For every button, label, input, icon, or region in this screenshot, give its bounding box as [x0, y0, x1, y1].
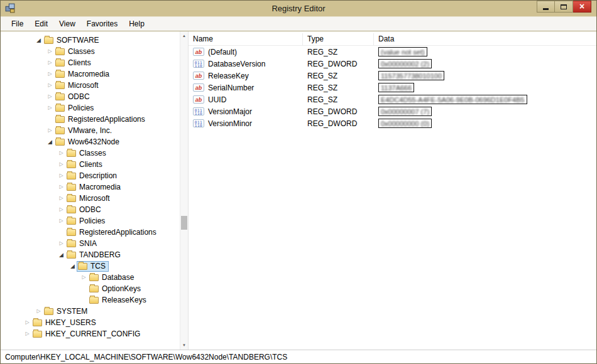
tree-item-clients[interactable]: ▷Clients	[1, 57, 179, 68]
tree-item-description[interactable]: ▷Description	[1, 170, 179, 181]
tree-item-macromedia[interactable]: ▷Macromedia	[1, 68, 179, 80]
collapse-toggle-icon[interactable]: ◢	[35, 35, 43, 46]
tree-item-optionkeys[interactable]: OptionKeys	[1, 283, 179, 294]
tree-item-clients[interactable]: ▷Clients	[1, 159, 179, 170]
expand-toggle-icon[interactable]: ▷	[57, 193, 65, 204]
tree-item-target[interactable]: Policies	[65, 216, 108, 227]
tree-item-target[interactable]: RegisteredApplications	[65, 227, 160, 238]
menu-edit[interactable]: Edit	[29, 18, 53, 31]
tree-item-database[interactable]: ▷Database	[1, 272, 179, 283]
collapse-toggle-icon[interactable]: ◢	[46, 136, 54, 147]
tree-item-target[interactable]: Macromedia	[65, 182, 124, 193]
tree-item-tcs[interactable]: ◢TCS	[1, 260, 179, 272]
tree-item-macromedia[interactable]: ▷Macromedia	[1, 181, 179, 193]
tree-item-target[interactable]: Classes	[54, 46, 98, 57]
menu-file[interactable]: File	[6, 18, 29, 31]
tree-item-target[interactable]: TANDBERG	[65, 250, 124, 260]
tree-item-microsoft[interactable]: ▷Microsoft	[1, 80, 179, 91]
expand-toggle-icon[interactable]: ▷	[46, 80, 54, 91]
tree-item-target[interactable]: SYSTEM	[43, 306, 90, 317]
tree-item-wow6432node[interactable]: ◢Wow6432Node	[1, 136, 179, 147]
tree-item-releasekeys[interactable]: ReleaseKeys	[1, 294, 179, 306]
expand-toggle-icon[interactable]: ▷	[46, 102, 54, 114]
expand-toggle-icon[interactable]: ▷	[57, 238, 65, 249]
tree-item-target[interactable]: Macromedia	[54, 69, 112, 80]
tree-item-registeredapplications[interactable]: RegisteredApplications	[1, 227, 179, 238]
expand-toggle-icon[interactable]: ▷	[46, 57, 54, 68]
menu-help[interactable]: Help	[123, 18, 150, 31]
tree-item-target[interactable]: ReleaseKeys	[88, 295, 150, 306]
menu-view[interactable]: View	[53, 18, 81, 31]
tree-item-hkey-current-config[interactable]: ▷HKEY_CURRENT_CONFIG	[1, 328, 179, 340]
tree-item-target[interactable]: Classes	[65, 148, 109, 159]
expand-toggle-icon[interactable]: ▷	[23, 317, 31, 328]
tree-item-target[interactable]: OptionKeys	[88, 284, 144, 294]
value-row-versionminor[interactable]: 011110VersionMinorREG_DWORD0x00000000 (0…	[189, 117, 596, 129]
tree-item-tandberg[interactable]: ◢TANDBERG	[1, 249, 179, 260]
tree-item-odbc[interactable]: ▷ODBC	[1, 91, 179, 102]
tree-item-target[interactable]: Description	[65, 171, 120, 181]
expand-toggle-icon[interactable]: ▷	[80, 272, 88, 283]
value-row-versionmajor[interactable]: 011110VersionMajorREG_DWORD0x00000007 (7…	[189, 105, 596, 117]
tree-item-target[interactable]: HKEY_CURRENT_CONFIG	[31, 329, 143, 340]
tree-item-target[interactable]: SOFTWARE	[43, 35, 102, 46]
expand-toggle-icon[interactable]: ▷	[57, 181, 65, 193]
tree-item-system[interactable]: ▷SYSTEM	[1, 306, 179, 317]
tree-item-policies[interactable]: ▷Policies	[1, 215, 179, 227]
maximize-button[interactable]	[555, 1, 573, 13]
expand-toggle-icon[interactable]: ▷	[57, 215, 65, 227]
tree-item-odbc[interactable]: ▷ODBC	[1, 204, 179, 215]
column-header-data[interactable]: Data	[374, 33, 596, 45]
value-row-releasekey[interactable]: abReleaseKeyREG_SZ1157357738010100	[189, 70, 596, 82]
tree-item-classes[interactable]: ▷Classes	[1, 147, 179, 159]
expand-toggle-icon[interactable]: ▷	[46, 125, 54, 136]
tree-item-snia[interactable]: ▷SNIA	[1, 238, 179, 249]
tree-scrollbar[interactable]: ▲ ▼	[180, 31, 188, 350]
collapse-toggle-icon[interactable]: ◢	[68, 260, 77, 272]
value-row--default-[interactable]: ab(Default)REG_SZ(value not set)	[189, 46, 596, 58]
minimize-button[interactable]	[537, 1, 555, 13]
collapse-toggle-icon[interactable]: ◢	[57, 249, 65, 260]
tree-item-vmware-inc-[interactable]: ▷VMware, Inc.	[1, 125, 179, 136]
scrollbar-track[interactable]	[180, 40, 188, 341]
expand-toggle-icon[interactable]: ▷	[57, 204, 65, 215]
tree-item-target[interactable]: SNIA	[65, 238, 100, 249]
scrollbar-thumb[interactable]	[181, 216, 187, 230]
close-button[interactable]: ×	[573, 1, 591, 13]
tree-item-target[interactable]: Policies	[54, 103, 97, 114]
expand-toggle-icon[interactable]: ▷	[35, 306, 43, 317]
tree-item-microsoft[interactable]: ▷Microsoft	[1, 193, 179, 204]
tree-item-hkey-users[interactable]: ▷HKEY_USERS	[1, 317, 179, 328]
tree-item-registeredapplications[interactable]: RegisteredApplications	[1, 114, 179, 125]
tree-item-policies[interactable]: ▷Policies	[1, 102, 179, 114]
expand-toggle-icon[interactable]: ▷	[57, 147, 65, 159]
tree-item-target[interactable]: ODBC	[65, 205, 104, 215]
tree-item-target[interactable]: HKEY_USERS	[31, 318, 99, 328]
tree-item-target[interactable]: Microsoft	[65, 193, 113, 204]
value-row-uuid[interactable]: abUUIDREG_SZE4DC4D55-A4FE-5A06-9E0B-0696…	[189, 94, 596, 105]
tree-item-software[interactable]: ◢SOFTWARE	[1, 35, 179, 46]
scroll-down-icon[interactable]: ▼	[180, 341, 188, 350]
tree-item-target[interactable]: VMware, Inc.	[54, 126, 115, 136]
scroll-up-icon[interactable]: ▲	[180, 31, 188, 40]
expand-toggle-icon[interactable]: ▷	[46, 46, 54, 57]
tree-item-target[interactable]: TCS	[77, 261, 109, 272]
tree-item-target[interactable]: ODBC	[54, 92, 93, 102]
expand-toggle-icon[interactable]: ▷	[57, 170, 65, 181]
tree-item-target[interactable]: Clients	[54, 58, 94, 68]
expand-toggle-icon[interactable]: ▷	[23, 328, 31, 340]
tree-item-target[interactable]: Wow6432Node	[54, 137, 123, 147]
column-header-type[interactable]: Type	[303, 33, 374, 45]
menu-favorites[interactable]: Favorites	[81, 18, 123, 31]
expand-toggle-icon[interactable]: ▷	[46, 68, 54, 80]
tree-item-target[interactable]: Clients	[65, 159, 106, 170]
value-row-databaseversion[interactable]: 011110DatabaseVersionREG_DWORD0x00000002…	[189, 58, 596, 70]
tree-item-target[interactable]: RegisteredApplications	[54, 114, 148, 125]
expand-toggle-icon[interactable]: ▷	[46, 91, 54, 102]
value-row-serialnumber[interactable]: abSerialNumberREG_SZ1137A666	[189, 82, 596, 94]
column-header-name[interactable]: Name	[189, 33, 303, 45]
tree-item-target[interactable]: Database	[88, 272, 137, 283]
tree-item-target[interactable]: Microsoft	[54, 80, 102, 91]
tree-item-classes[interactable]: ▷Classes	[1, 46, 179, 57]
expand-toggle-icon[interactable]: ▷	[57, 159, 65, 170]
